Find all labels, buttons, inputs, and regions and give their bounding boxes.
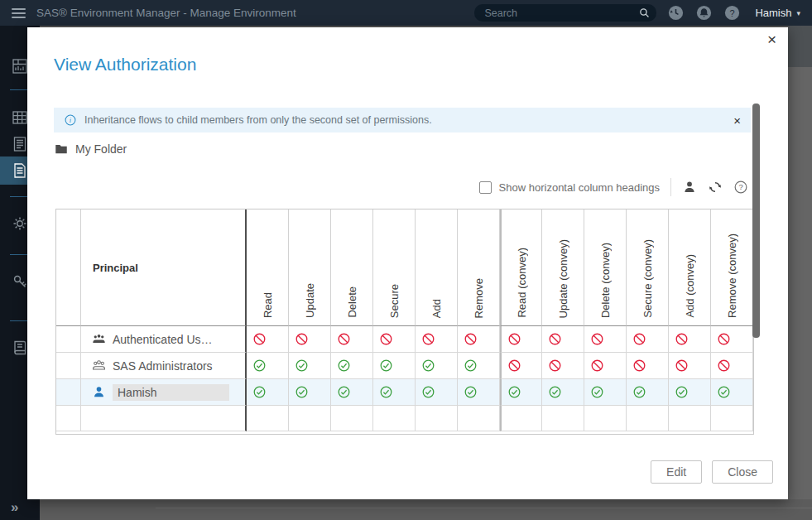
sidebar-item-data-table[interactable] bbox=[11, 108, 29, 127]
allow-icon bbox=[421, 359, 435, 373]
permission-cell bbox=[711, 353, 753, 379]
help-circle-icon[interactable]: ? bbox=[733, 180, 748, 195]
sidebar-expand-button[interactable]: » bbox=[11, 499, 17, 516]
deny-icon bbox=[507, 332, 521, 346]
column-header: Add (convey) bbox=[669, 209, 711, 326]
authorization-table: PrincipalReadUpdateDeleteSecureAddRemove… bbox=[55, 209, 754, 435]
allow-icon bbox=[337, 359, 351, 373]
deny-icon bbox=[337, 332, 351, 346]
identity-icon[interactable] bbox=[682, 180, 697, 195]
user-caret-icon: ▾ bbox=[796, 9, 800, 17]
top-bar: SAS® Environment Manager - Manage Enviro… bbox=[0, 0, 812, 26]
svg-text:?: ? bbox=[738, 182, 742, 191]
history-icon[interactable] bbox=[667, 4, 685, 22]
allow-icon bbox=[548, 385, 562, 399]
permission-cell bbox=[458, 379, 500, 406]
deny-icon bbox=[548, 332, 562, 346]
user-icon bbox=[92, 385, 106, 399]
permission-cell bbox=[627, 353, 669, 379]
principal-cell[interactable]: SAS Administrators bbox=[81, 353, 247, 379]
permission-cell bbox=[669, 353, 711, 379]
table-controls: Show horizontal column headings ? bbox=[479, 177, 748, 197]
column-header: Delete bbox=[331, 209, 373, 326]
refresh-icon[interactable] bbox=[708, 180, 723, 195]
column-header: Read (convey) bbox=[500, 209, 542, 326]
column-header: Delete (convey) bbox=[584, 209, 627, 326]
info-icon: i bbox=[64, 113, 77, 127]
permission-cell bbox=[542, 379, 584, 406]
show-horizontal-headings-checkbox[interactable] bbox=[479, 181, 492, 194]
permission-cell bbox=[500, 379, 542, 406]
empty-cell bbox=[669, 406, 711, 431]
row-selector-cell[interactable] bbox=[56, 326, 81, 353]
sidebar-item-report[interactable] bbox=[11, 135, 29, 153]
controls-divider bbox=[670, 178, 671, 196]
search-icon[interactable] bbox=[638, 7, 651, 19]
allow-icon bbox=[590, 385, 604, 399]
permission-cell bbox=[669, 326, 711, 353]
banner-text: Inheritance flows to child members from … bbox=[84, 114, 726, 126]
allow-icon bbox=[675, 385, 689, 399]
allow-icon bbox=[252, 359, 267, 373]
permission-cell bbox=[247, 326, 289, 353]
vertical-scrollbar[interactable] bbox=[752, 104, 760, 338]
permission-cell bbox=[331, 326, 373, 353]
menu-icon[interactable] bbox=[12, 8, 26, 18]
row-selector-cell[interactable] bbox=[56, 379, 81, 406]
dimmed-page-background bbox=[40, 499, 812, 520]
svg-text:i: i bbox=[70, 117, 72, 124]
empty-cell bbox=[500, 406, 542, 431]
close-button[interactable]: Close bbox=[712, 460, 773, 484]
empty-cell bbox=[542, 406, 584, 431]
empty-cell bbox=[584, 406, 627, 431]
permission-cell bbox=[289, 379, 331, 406]
column-header: Remove bbox=[458, 209, 500, 326]
empty-cell bbox=[331, 406, 373, 431]
sidebar-item-settings[interactable] bbox=[11, 214, 29, 233]
permission-cell bbox=[711, 326, 753, 353]
deny-icon bbox=[717, 332, 731, 346]
alerts-icon[interactable] bbox=[695, 4, 713, 22]
dimmed-page-header bbox=[788, 26, 812, 67]
checkbox-label: Show horizontal column headings bbox=[499, 181, 660, 194]
allow-icon bbox=[632, 385, 646, 399]
sidebar-item-authorization-keys[interactable] bbox=[11, 272, 29, 291]
principal-cell[interactable]: Hamish bbox=[81, 379, 247, 406]
object-name: My Folder bbox=[75, 142, 127, 156]
users-filled-icon bbox=[92, 332, 106, 346]
permission-cell bbox=[373, 379, 416, 406]
view-authorization-dialog: × View Authorization i Inheritance flows… bbox=[27, 27, 788, 499]
deny-icon bbox=[590, 332, 604, 346]
deny-icon bbox=[464, 332, 478, 346]
sidebar-item-catalog[interactable] bbox=[11, 339, 29, 357]
search-input[interactable] bbox=[474, 7, 656, 19]
permission-cell bbox=[331, 353, 373, 379]
row-selector-cell[interactable] bbox=[56, 353, 81, 379]
permission-cell bbox=[500, 326, 542, 353]
edit-button[interactable]: Edit bbox=[651, 460, 702, 484]
permission-cell bbox=[373, 353, 416, 379]
user-menu[interactable]: Hamish ▾ bbox=[755, 7, 800, 19]
search-box[interactable] bbox=[474, 4, 656, 22]
permission-cell bbox=[416, 379, 458, 406]
allow-icon bbox=[252, 385, 267, 399]
sidebar-item-dashboard[interactable] bbox=[11, 57, 29, 75]
empty-cell bbox=[711, 406, 753, 431]
empty-cell bbox=[56, 406, 81, 431]
empty-cell bbox=[289, 406, 331, 431]
allow-icon bbox=[464, 385, 478, 399]
allow-icon bbox=[717, 385, 731, 399]
empty-cell bbox=[416, 406, 458, 431]
help-icon[interactable]: ? bbox=[723, 4, 741, 22]
column-header: Read bbox=[247, 209, 289, 326]
column-header: Add bbox=[416, 209, 458, 326]
sidebar-divider bbox=[10, 254, 28, 255]
permission-cell bbox=[542, 353, 584, 379]
principal-cell[interactable]: Authenticated Us… bbox=[81, 326, 247, 353]
banner-close-icon[interactable]: × bbox=[733, 113, 741, 128]
permission-cell bbox=[289, 353, 331, 379]
dialog-close-icon[interactable]: × bbox=[767, 31, 776, 49]
permission-cell bbox=[416, 353, 458, 379]
column-header: Secure bbox=[373, 209, 416, 326]
app-title: SAS® Environment Manager - Manage Enviro… bbox=[36, 7, 296, 19]
